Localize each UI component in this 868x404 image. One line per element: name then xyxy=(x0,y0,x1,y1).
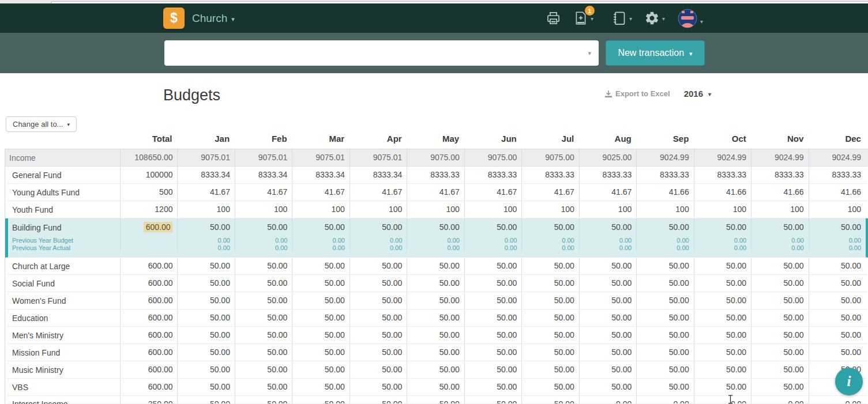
budget-cell[interactable]: 50.00 xyxy=(350,344,407,361)
budget-cell[interactable]: 0.00 xyxy=(694,396,751,403)
budget-cell[interactable]: 41.66 xyxy=(751,184,808,201)
budget-cell[interactable]: 50.00 xyxy=(521,292,578,309)
budget-cell[interactable]: 50.00 xyxy=(292,344,349,361)
budget-cell[interactable]: 100 xyxy=(292,201,349,218)
budget-cell[interactable]: 50.00 xyxy=(809,309,866,326)
export-to-excel-button[interactable]: Export to Excel xyxy=(604,89,670,98)
budget-cell[interactable]: 100 xyxy=(521,201,578,218)
budget-cell[interactable]: 0.00 xyxy=(636,396,693,403)
budget-cell[interactable]: 50.00 xyxy=(350,258,407,274)
budget-cell[interactable]: 50.00 xyxy=(579,218,636,237)
info-button[interactable]: i xyxy=(835,368,863,395)
budget-cell[interactable]: 100 xyxy=(407,201,464,218)
budget-cell[interactable]: 0.00 xyxy=(751,396,808,403)
budget-cell[interactable]: 50.00 xyxy=(177,292,234,309)
budget-cell[interactable]: 8333.33 xyxy=(521,167,578,183)
budget-cell[interactable]: 50.00 xyxy=(177,344,234,361)
budget-cell[interactable]: 100 xyxy=(235,201,292,218)
budget-cell[interactable]: 50.00 xyxy=(751,327,808,343)
budget-cell[interactable]: 50.00 xyxy=(636,258,693,274)
budget-cell[interactable]: 8333.33 xyxy=(464,167,521,183)
budget-cell[interactable]: 50.00 xyxy=(350,327,407,343)
budget-cell[interactable]: 50.00 xyxy=(464,258,521,274)
budget-cell[interactable]: 600.00 xyxy=(120,258,177,274)
budget-cell[interactable]: 50.00 xyxy=(694,292,751,309)
budget-cell[interactable]: 50.00 xyxy=(464,327,521,343)
budget-cell[interactable]: 50.00 xyxy=(579,292,636,309)
budget-cell[interactable]: 50.00 xyxy=(751,275,808,292)
budget-cell[interactable]: 50.00 xyxy=(407,275,464,292)
budget-cell[interactable]: 50.00 xyxy=(464,379,521,395)
budget-cell[interactable]: 50.00 xyxy=(579,379,636,395)
budget-cell[interactable]: 50.00 xyxy=(809,292,866,309)
budget-cell[interactable]: 50.00 xyxy=(292,379,349,395)
budget-cell[interactable]: 50.00 xyxy=(464,396,521,403)
budget-cell[interactable]: 50.00 xyxy=(464,292,521,309)
journal-menu[interactable]: ▾ xyxy=(611,10,632,26)
budget-cell[interactable]: 50.00 xyxy=(579,327,636,343)
budget-cell[interactable]: 41.67 xyxy=(235,184,292,201)
budget-cell[interactable]: 100 xyxy=(464,201,521,218)
organization-dropdown[interactable]: Church ▾ xyxy=(192,12,235,25)
budget-cell[interactable]: 50.00 xyxy=(407,258,464,274)
budget-cell[interactable]: 50.00 xyxy=(177,327,234,343)
budget-cell[interactable]: 600.00 xyxy=(120,361,177,378)
budget-cell[interactable]: 50.00 xyxy=(350,309,407,326)
budget-cell[interactable]: 50.00 xyxy=(292,309,349,326)
user-menu[interactable]: ▾ xyxy=(677,8,703,29)
budget-cell[interactable]: 600.00 xyxy=(120,327,177,343)
budget-cell[interactable]: 50.00 xyxy=(292,258,349,274)
budget-cell[interactable]: 41.67 xyxy=(292,184,349,201)
print-button[interactable] xyxy=(546,10,561,26)
budget-cell[interactable]: 50.00 xyxy=(694,361,751,378)
budget-cell[interactable]: 50.00 xyxy=(407,218,464,237)
budget-cell[interactable]: 50.00 xyxy=(350,361,407,378)
budget-cell[interactable]: 50.00 xyxy=(350,218,407,237)
budget-cell[interactable]: 0.00 xyxy=(579,396,636,403)
budget-cell[interactable]: 50.00 xyxy=(751,292,808,309)
budget-cell[interactable]: 50.00 xyxy=(579,361,636,378)
budget-cell[interactable]: 50.00 xyxy=(521,396,578,403)
budget-cell[interactable]: 50.00 xyxy=(177,396,234,403)
budget-cell[interactable]: 50.00 xyxy=(350,379,407,395)
budget-cell[interactable]: 600.00 xyxy=(120,344,177,361)
budget-cell[interactable]: 8333.33 xyxy=(636,167,693,183)
search-input[interactable] xyxy=(164,40,588,66)
new-transaction-button[interactable]: New transaction ▾ xyxy=(606,40,705,66)
year-dropdown[interactable]: 2016 ▾ xyxy=(684,89,711,99)
budget-cell[interactable]: 50.00 xyxy=(464,309,521,326)
budget-cell[interactable]: 50.00 xyxy=(694,258,751,274)
budget-cell[interactable]: 50.00 xyxy=(694,218,751,237)
budget-cell[interactable]: 8333.34 xyxy=(235,167,292,183)
budget-cell[interactable]: 600.00 xyxy=(120,275,177,292)
budget-cell[interactable]: 50.00 xyxy=(292,396,349,403)
budget-cell[interactable]: 50.00 xyxy=(235,361,292,378)
budget-cell[interactable]: 41.66 xyxy=(694,184,751,201)
budget-cell[interactable]: 50.00 xyxy=(464,361,521,378)
budget-cell[interactable]: 100 xyxy=(636,201,693,218)
budget-cell[interactable]: 50.00 xyxy=(350,275,407,292)
budget-cell[interactable]: 50.00 xyxy=(636,327,693,343)
budget-cell[interactable]: 50.00 xyxy=(694,327,751,343)
new-document-menu[interactable]: 1 ▾ xyxy=(573,10,593,26)
budget-cell[interactable]: 0.00 xyxy=(809,396,866,403)
budget-cell[interactable]: 100000 xyxy=(120,167,177,183)
budget-cell[interactable]: 50.00 xyxy=(636,361,693,378)
budget-cell[interactable]: 50.00 xyxy=(809,344,866,361)
budget-cell[interactable]: 50.00 xyxy=(177,361,234,378)
budget-cell[interactable]: 50.00 xyxy=(751,379,808,395)
budget-cell[interactable]: 41.67 xyxy=(521,184,578,201)
budget-cell[interactable]: 41.66 xyxy=(809,184,866,201)
budget-cell[interactable]: 50.00 xyxy=(235,275,292,292)
budget-cell[interactable]: 41.67 xyxy=(407,184,464,201)
budget-cell[interactable]: 50.00 xyxy=(292,361,349,378)
budget-cell[interactable]: 100 xyxy=(350,201,407,218)
budget-cell[interactable]: 50.00 xyxy=(521,258,578,274)
budget-cell[interactable]: 8333.33 xyxy=(751,167,808,183)
budget-cell[interactable]: 50.00 xyxy=(751,361,808,378)
budget-cell[interactable]: 500 xyxy=(120,184,177,201)
budget-cell[interactable]: 50.00 xyxy=(235,327,292,343)
account-search-select[interactable]: ▾ xyxy=(164,40,599,66)
budget-cell[interactable]: 50.00 xyxy=(235,309,292,326)
budget-cell[interactable]: 50.00 xyxy=(636,292,693,309)
